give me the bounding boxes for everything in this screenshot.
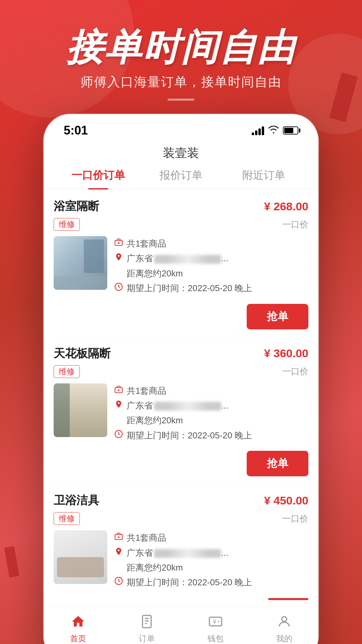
hero-divider xyxy=(168,99,194,101)
bottom-nav: 首页 订单 ¥ xyxy=(44,607,318,644)
status-time: 5:01 xyxy=(64,123,88,138)
nav-item-wallet[interactable]: ¥ 钱包 xyxy=(181,612,250,644)
order-footer-1: 抢单 xyxy=(54,304,308,329)
detail-goods-3: 共1套商品 xyxy=(114,532,308,544)
detail-time-3: 期望上门时间：2022-05-20 晚上 xyxy=(114,576,308,588)
order-header-2: 天花板隔断 ¥ 360.00 xyxy=(54,346,308,361)
detail-time-1: 期望上门时间：2022-05-20 晚上 xyxy=(114,282,308,294)
order-footer-2: 抢单 xyxy=(54,451,308,476)
detail-goods-2: 共1套商品 xyxy=(114,385,308,397)
tabs-container: 一口价订单 报价订单 附近订单 xyxy=(44,168,318,189)
order-header-1: 浴室隔断 ¥ 268.00 xyxy=(54,199,308,214)
order-card-3: 卫浴洁具 ¥ 450.00 维修 一口价 xyxy=(54,483,308,607)
tab-quote[interactable]: 报价订单 xyxy=(140,168,223,189)
hero-section: 接单时间自由 师傅入口海量订单，接单时间自由 xyxy=(0,0,362,101)
grab-button-1[interactable]: 抢单 xyxy=(247,304,308,329)
nav-item-home[interactable]: 首页 xyxy=(44,612,112,644)
order-type-1: 一口价 xyxy=(282,219,308,230)
tab-fixed-price[interactable]: 一口价订单 xyxy=(57,168,140,189)
detail-time-2: 期望上门时间：2022-05-20 晚上 xyxy=(114,429,308,441)
clock-icon-3 xyxy=(114,576,123,588)
order-body-3: 共1套商品 广东省... xyxy=(54,530,308,593)
status-icons xyxy=(252,125,298,137)
detail-location-3: 广东省... xyxy=(114,547,308,559)
detail-distance-1: 距离您约20km xyxy=(114,267,308,279)
location-icon xyxy=(114,252,123,264)
box-icon-2 xyxy=(114,385,123,397)
order-tag-2: 维修 xyxy=(54,365,80,378)
order-meta-3: 维修 一口价 xyxy=(54,512,308,525)
order-icon xyxy=(138,612,156,631)
order-type-3: 一口价 xyxy=(282,513,308,525)
order-tag-1: 维修 xyxy=(54,218,80,231)
wifi-icon xyxy=(268,125,279,137)
nav-item-order[interactable]: 订单 xyxy=(112,612,181,644)
svg-rect-12 xyxy=(142,615,151,628)
battery-icon xyxy=(283,126,298,135)
order-details-3: 共1套商品 广东省... xyxy=(114,530,308,593)
home-icon xyxy=(69,612,87,631)
order-image-3 xyxy=(54,530,107,584)
detail-distance-3: 距离您约20km xyxy=(114,561,308,574)
svg-text:¥: ¥ xyxy=(213,618,216,624)
order-card-2: 天花板隔断 ¥ 360.00 维修 一口价 xyxy=(54,336,308,484)
order-price-2: ¥ 360.00 xyxy=(264,347,308,360)
box-icon xyxy=(114,237,123,250)
grab-button-2[interactable]: 抢单 xyxy=(247,451,308,476)
detail-location-2: 广东省... xyxy=(114,399,308,412)
user-icon xyxy=(275,612,293,631)
order-title-3: 卫浴洁具 xyxy=(54,493,99,508)
order-header-3: 卫浴洁具 ¥ 450.00 xyxy=(54,493,308,508)
tab-nearby[interactable]: 附近订单 xyxy=(222,168,305,189)
order-tag-3: 维修 xyxy=(54,512,80,525)
order-image-2 xyxy=(54,383,107,437)
scroll-indicator xyxy=(268,598,308,600)
order-body-1: 共1套商品 广东省... xyxy=(54,236,308,299)
wallet-icon: ¥ xyxy=(206,612,225,631)
order-body-2: 共1套商品 广东省... xyxy=(54,383,308,446)
order-price-3: ¥ 450.00 xyxy=(264,494,308,507)
phone-frame: 5:01 xyxy=(44,114,318,644)
nav-label-wallet: 钱包 xyxy=(207,633,224,644)
orders-list: 浴室隔断 ¥ 268.00 维修 一口价 xyxy=(44,189,318,607)
app-title: 装壹装 xyxy=(44,142,318,168)
box-icon-3 xyxy=(114,532,123,544)
signal-icon xyxy=(252,126,264,135)
status-bar: 5:01 xyxy=(44,114,318,142)
order-card-1: 浴室隔断 ¥ 268.00 维修 一口价 xyxy=(54,189,308,336)
order-title-2: 天花板隔断 xyxy=(54,346,111,361)
detail-distance-2: 距离您约20km xyxy=(114,414,308,426)
nav-label-home: 首页 xyxy=(70,633,86,644)
order-title-1: 浴室隔断 xyxy=(54,199,99,214)
order-image-1 xyxy=(54,236,107,290)
order-price-1: ¥ 268.00 xyxy=(264,200,308,213)
phone-mockup: 5:01 xyxy=(44,114,318,644)
order-details-2: 共1套商品 广东省... xyxy=(114,383,308,446)
detail-goods-1: 共1套商品 xyxy=(114,237,308,250)
nav-item-profile[interactable]: 我的 xyxy=(250,612,318,644)
hero-title: 接单时间自由 xyxy=(0,27,362,67)
order-type-2: 一口价 xyxy=(282,366,308,377)
location-icon-2 xyxy=(114,399,123,412)
nav-label-profile: 我的 xyxy=(276,633,292,644)
nav-label-order: 订单 xyxy=(139,633,155,644)
clock-icon-2 xyxy=(114,429,123,441)
order-meta-2: 维修 一口价 xyxy=(54,365,308,378)
detail-location-1: 广东省... xyxy=(114,252,308,264)
clock-icon xyxy=(114,282,123,294)
svg-point-18 xyxy=(282,616,287,622)
location-icon-3 xyxy=(114,547,123,559)
order-meta-1: 维修 一口价 xyxy=(54,218,308,231)
hero-subtitle: 师傅入口海量订单，接单时间自由 xyxy=(0,73,362,91)
order-details-1: 共1套商品 广东省... xyxy=(114,236,308,299)
